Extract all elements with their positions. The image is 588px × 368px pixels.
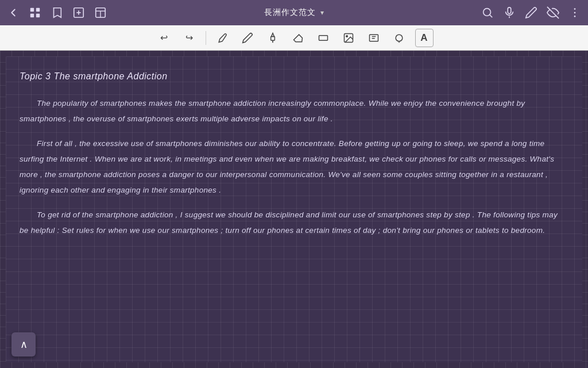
svg-rect-1 [36,8,40,12]
pen-tool-button[interactable] [213,29,231,47]
paragraph-1: The popularity of smartphones makes the … [20,95,568,126]
paragraph-2: First of all , the excessive use of smar… [20,136,568,198]
bookmark-icon[interactable] [51,6,63,19]
toolbar-separator-1 [206,31,206,45]
paper[interactable]: Topic 3 The smartphone Addiction The pop… [6,56,582,362]
svg-line-11 [490,15,493,18]
svg-point-16 [574,12,576,14]
svg-point-15 [574,8,576,10]
top-bar-right [481,6,581,19]
svg-point-17 [574,16,576,17]
essay-title: Topic 3 The smartphone Addiction [20,68,568,85]
paragraph-3: To get rid of the smartphone addiction ,… [20,207,568,238]
top-bar-left [7,6,107,19]
undo-button[interactable]: ↩ [155,29,173,47]
eraser-button[interactable] [289,29,307,47]
highlighter-button[interactable] [264,29,282,47]
top-bar: 長洲作文范文 ▾ [0,0,588,25]
eye-slash-icon[interactable] [547,6,559,19]
redo-button[interactable]: ↪ [180,29,199,47]
svg-rect-12 [508,7,511,14]
text-box-button[interactable] [365,29,383,47]
svg-rect-18 [270,36,274,40]
pencil-tool-button[interactable] [238,29,257,47]
svg-rect-2 [30,14,34,17]
svg-rect-20 [319,35,327,40]
svg-rect-23 [369,34,378,41]
rectangle-button[interactable] [314,29,332,47]
more-icon[interactable] [568,6,581,19]
svg-rect-3 [36,14,40,17]
layout-icon[interactable] [94,6,107,19]
add-square-icon[interactable] [72,6,85,19]
grid-icon[interactable] [29,6,41,19]
handwritten-content: Topic 3 The smartphone Addiction The pop… [6,56,582,362]
svg-point-10 [483,9,491,16]
lasso-button[interactable] [390,29,408,47]
chevron-down-icon[interactable]: ▾ [320,9,324,17]
svg-point-22 [346,35,347,37]
font-A-button[interactable]: A [415,29,434,47]
search-icon[interactable] [481,6,494,19]
canvas-area: Topic 3 The smartphone Addiction The pop… [0,51,588,368]
scroll-up-button[interactable]: ∧ [11,332,36,356]
pen-icon[interactable] [525,6,537,19]
chevron-left-icon[interactable] [7,6,20,19]
drawing-toolbar: ↩ ↪ A [0,25,588,51]
document-title[interactable]: 長洲作文范文 [264,7,316,18]
image-button[interactable] [339,29,358,47]
microphone-icon[interactable] [503,6,516,19]
top-bar-center: 長洲作文范文 ▾ [264,7,324,18]
svg-rect-0 [30,8,34,12]
